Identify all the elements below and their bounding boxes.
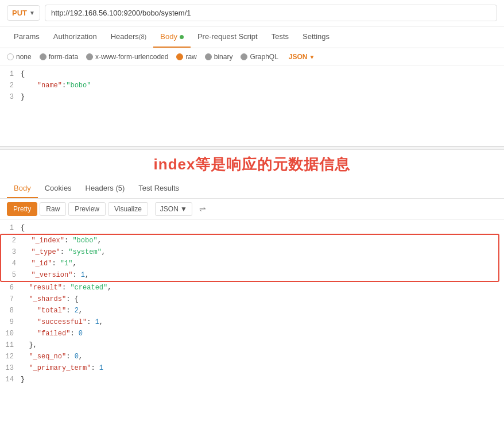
tab-body[interactable]: Body [153, 26, 191, 48]
format-raw[interactable]: Raw [40, 202, 66, 216]
resp-tab-cookies[interactable]: Cookies [38, 179, 79, 198]
opt-graphql[interactable]: GraphQL [241, 53, 278, 61]
radio-raw-icon [176, 53, 183, 60]
resp-line-4: 4 "_id": "1", [2, 258, 497, 269]
req-line-2: 2 "name":"bobo" [0, 80, 504, 91]
opt-none[interactable]: none [7, 53, 32, 61]
radio-binary-icon [205, 53, 212, 60]
opt-binary[interactable]: binary [205, 53, 233, 61]
response-tabs: Body Cookies Headers (5) Test Results [0, 179, 504, 199]
format-preview[interactable]: Preview [68, 202, 106, 216]
radio-none-icon [7, 53, 14, 60]
resp-line-14: 14 } [0, 374, 504, 385]
annotation-text: index等是响应的元数据信息 [154, 154, 351, 175]
highlighted-metadata-block: 2 "_index": "bobo", 3 "_type": "system",… [0, 234, 499, 282]
tab-prerequest[interactable]: Pre-request Script [191, 26, 265, 48]
opt-raw[interactable]: raw [176, 53, 196, 61]
resp-line-8: 8 "total": 2, [0, 305, 504, 316]
tab-params[interactable]: Params [7, 26, 46, 48]
resp-tab-testresults[interactable]: Test Results [131, 179, 186, 198]
json-arrow-icon: ▼ [309, 54, 315, 60]
req-line-1: 1 { [0, 68, 504, 80]
opt-form-data[interactable]: form-data [40, 53, 78, 61]
resp-line-3: 3 "_type": "system", [2, 246, 497, 258]
tab-tests[interactable]: Tests [265, 26, 296, 48]
body-options-row: none form-data x-www-form-urlencoded raw… [0, 48, 504, 66]
request-code-editor[interactable]: 1 { 2 "name":"bobo" 3 } [0, 66, 504, 146]
resp-line-1: 1 { [0, 222, 504, 234]
tab-authorization[interactable]: Authorization [46, 26, 104, 48]
resp-line-11: 11 }, [0, 339, 504, 351]
radio-formdata-icon [40, 53, 46, 60]
request-bar: PUT ▼ [0, 0, 504, 26]
resp-line-9: 9 "successful": 1, [0, 316, 504, 328]
resp-json-arrow-icon: ▼ [180, 205, 187, 213]
resp-line-6: 6 "result": "created", [0, 282, 504, 293]
method-dropdown[interactable]: PUT ▼ [7, 5, 40, 21]
opt-x-www[interactable]: x-www-form-urlencoded [86, 53, 168, 61]
url-input[interactable] [45, 5, 497, 21]
req-line-3: 3 } [0, 91, 504, 103]
response-json-dropdown[interactable]: JSON ▼ [155, 202, 192, 216]
method-arrow-icon: ▼ [29, 10, 35, 16]
response-format-row: Pretty Raw Preview Visualize JSON ▼ ⇌ [0, 199, 504, 220]
resp-line-13: 13 "_primary_term": 1 [0, 362, 504, 374]
annotation-area: index等是响应的元数据信息 [0, 150, 504, 179]
tab-headers[interactable]: Headers(8) [104, 26, 154, 48]
format-visualize[interactable]: Visualize [108, 202, 148, 216]
request-tabs: Params Authorization Headers(8) Body Pre… [0, 26, 504, 48]
radio-graphql-icon [241, 53, 247, 60]
resp-tab-headers[interactable]: Headers (5) [79, 179, 132, 198]
tab-settings[interactable]: Settings [296, 26, 336, 48]
method-label: PUT [12, 9, 27, 17]
resp-line-2: 2 "_index": "bobo", [2, 235, 497, 246]
wrap-icon[interactable]: ⇌ [199, 204, 206, 214]
resp-line-5: 5 "_version": 1, [2, 269, 497, 281]
response-code-area: 1 { 2 "_index": "bobo", 3 "_type": "syst… [0, 220, 504, 388]
resp-line-10: 10 "failed": 0 [0, 328, 504, 339]
resp-line-12: 12 "_seq_no": 0, [0, 351, 504, 362]
resp-line-7: 7 "_shards": { [0, 293, 504, 305]
radio-xwww-icon [86, 53, 93, 60]
format-pretty[interactable]: Pretty [7, 202, 37, 216]
resp-tab-body[interactable]: Body [7, 179, 38, 198]
json-format-dropdown[interactable]: JSON ▼ [289, 53, 315, 61]
